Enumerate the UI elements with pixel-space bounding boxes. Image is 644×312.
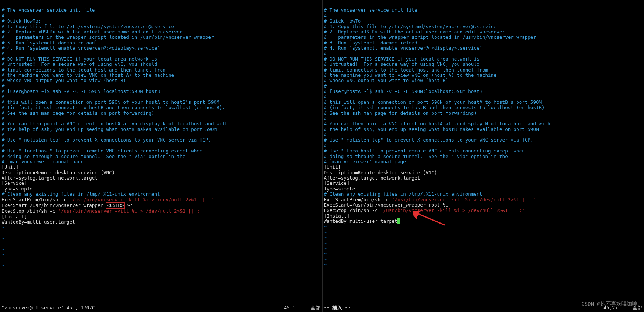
comment-line: # The vncserver service unit file	[324, 7, 417, 13]
tilde-line: ~	[324, 224, 327, 229]
comment-line: #	[324, 143, 327, 148]
comment-line: # 3. Run `systemctl daemon-reload`	[2, 40, 98, 46]
comment-line: # whose VNC output you want to view (hos…	[324, 78, 449, 83]
execstart-line: ExecStart=/usr/bin/vncserver_wrapper <US…	[2, 202, 133, 208]
comment-line: # You can then point a VNC client on hos…	[324, 121, 550, 126]
comment-line: # the machine you want to view VNC on (h…	[324, 72, 497, 78]
tilde-line: ~	[2, 251, 5, 257]
execstart-line: ExecStart=/usr/bin/vncserver_wrapper roo…	[324, 202, 449, 208]
comment-line: # Use "-nolisten tcp" to prevent X conne…	[2, 137, 211, 143]
comment-line: # parameters in the wrapper script locat…	[324, 34, 536, 40]
comment-line: # Quick HowTo:	[2, 18, 41, 24]
comment-line: # 1. Copy this file to /etc/systemd/syst…	[2, 24, 174, 29]
comment-line: # parameters in the wrapper script locat…	[2, 34, 214, 40]
comment-line: # Quick HowTo:	[324, 18, 364, 24]
service-header: [Service]	[324, 180, 350, 186]
user-placeholder-highlight: <USER>	[106, 202, 124, 209]
insert-cursor	[397, 218, 400, 224]
install-header: [Install]	[324, 213, 350, 219]
comment-line: # 2. Replace <USER> with the actual user…	[324, 29, 505, 35]
comment-line: #	[324, 94, 327, 99]
status-all: 全部	[633, 305, 642, 310]
comment-line: # whose VNC output you want to view (hos…	[2, 78, 126, 83]
tilde-line: ~	[324, 245, 327, 251]
service-header: [Service]	[2, 180, 27, 186]
execstop-line: ExecStop=/bin/sh -c '/usr/bin/vncserver …	[324, 207, 525, 213]
comment-line: # Use "-nolisten tcp" to prevent X conne…	[324, 137, 533, 143]
comment-line: # untrusted! For a secure way of using V…	[2, 61, 157, 67]
tilde-line: ~	[2, 257, 5, 263]
unit-description: Description=Remote desktop service (VNC)	[324, 170, 437, 175]
tilde-line: ~	[324, 251, 327, 256]
status-position: 45,27	[603, 305, 618, 310]
unit-description: Description=Remote desktop service (VNC)	[2, 170, 115, 175]
comment-line: #	[2, 83, 5, 89]
comment-line: #	[324, 116, 327, 121]
comment-line: # See the ssh man page for details on po…	[324, 110, 477, 116]
execstartpre-line: ExecStartPre=/bin/sh -c '/usr/bin/vncser…	[2, 197, 214, 202]
file-content-left: # The vncserver service unit file # # Qu…	[2, 8, 320, 268]
tilde-line: ~	[2, 230, 5, 236]
comment-line: #	[2, 50, 5, 56]
status-all: 全部	[311, 305, 320, 310]
left-editor-pane[interactable]: # The vncserver service unit file # # Qu…	[0, 0, 322, 312]
comment-line: # this will open a connection on port 59…	[2, 99, 219, 105]
comment-line: # this will open a connection on port 59…	[324, 99, 542, 105]
comment-line: # 2. Replace <USER> with the actual user…	[2, 29, 183, 35]
comment-line: #	[324, 132, 327, 137]
tilde-line: ~	[2, 241, 5, 247]
comment-line: #	[324, 83, 327, 89]
right-status-bar: -- 插入 -- 45,27 全部	[324, 305, 643, 310]
cursor-position: W	[2, 219, 5, 225]
comment-line: # 4. Run `systemctl enable vncserver@:<d…	[2, 45, 160, 51]
comment-line: #	[324, 50, 327, 56]
comment-line: #	[2, 132, 5, 137]
unit-after: After=syslog.target network.target	[2, 175, 98, 181]
comment-line: # Use "-localhost" to prevent remote VNC…	[324, 148, 525, 154]
comment-line: # limit connections to the local host an…	[2, 67, 166, 73]
right-editor-pane[interactable]: # The vncserver service unit file # # Qu…	[323, 0, 644, 312]
comment-line: # DO NOT RUN THIS SERVICE if your local …	[324, 56, 480, 62]
status-filename: "vncserver@:1.service" 45L, 1707C	[2, 305, 95, 310]
left-status-bar: "vncserver@:1.service" 45L, 1707C 45,1 全…	[2, 305, 320, 310]
unit-header: [Unit]	[2, 164, 18, 170]
wantedby-line: WantedBy=multi-user.target	[324, 218, 400, 224]
execstop-line: ExecStop=/bin/sh -c '/usr/bin/vncserver …	[2, 208, 202, 214]
wantedby-line: WantedBy=multi-user.target	[2, 219, 75, 225]
comment-line: # [user@hostA ~]$ ssh -v -C -L 590N:loca…	[2, 88, 160, 94]
tilde-line: ~	[2, 224, 5, 230]
tilde-line: ~	[2, 262, 5, 268]
comment-line: # limit connections to the local host an…	[324, 67, 488, 73]
comment-line: # Use "-localhost" to prevent remote VNC…	[2, 148, 202, 154]
tilde-line: ~	[2, 246, 5, 252]
tilde-line: ~	[324, 256, 327, 262]
comment-line: # `man vncviewer' manual page.	[2, 159, 86, 164]
comment-line: # 1. Copy this file to /etc/systemd/syst…	[324, 24, 497, 29]
comment-line: # the help of ssh, you end up seeing wha…	[324, 126, 539, 132]
comment-line: #	[2, 13, 5, 18]
unit-header: [Unit]	[324, 164, 341, 170]
comment-line: # 4. Run `systemctl enable vncserver@:<d…	[324, 45, 482, 51]
comment-line: #	[2, 94, 5, 99]
clean-comment: # Clean any existing files in /tmp/.X11-…	[324, 191, 482, 197]
comment-line: # DO NOT RUN THIS SERVICE if your local …	[2, 56, 157, 62]
unit-after: After=syslog.target network.target	[324, 175, 420, 181]
comment-line: # [user@hostA ~]$ ssh -v -C -L 590N:loca…	[324, 88, 482, 94]
status-position: 45,1	[284, 305, 295, 310]
install-header: [Install]	[2, 214, 27, 219]
comment-line: # `man vncviewer' manual page.	[324, 159, 409, 164]
comment-line: #	[2, 116, 5, 121]
execstartpre-line: ExecStartPre=/bin/sh -c '/usr/bin/vncser…	[324, 197, 536, 202]
comment-line: # (in fact, it ssh-connects to hostB and…	[324, 105, 548, 110]
tilde-line: ~	[324, 234, 327, 240]
comment-line: # doing so through a secure tunnel. See …	[2, 154, 185, 159]
comment-line: # The vncserver service unit file	[2, 7, 95, 13]
comment-line: # the help of ssh, you end up seeing wha…	[2, 126, 217, 132]
comment-line: # See the ssh man page for details on po…	[2, 110, 154, 116]
tilde-line: ~	[324, 262, 327, 267]
status-mode: -- 插入 --	[324, 305, 351, 310]
comment-line: # the machine you want to view VNC on (h…	[2, 72, 174, 78]
comment-line: # doing so through a secure tunnel. See …	[324, 154, 508, 159]
comment-line: #	[2, 143, 5, 148]
comment-line: # untrusted! For a secure way of using V…	[324, 61, 480, 67]
